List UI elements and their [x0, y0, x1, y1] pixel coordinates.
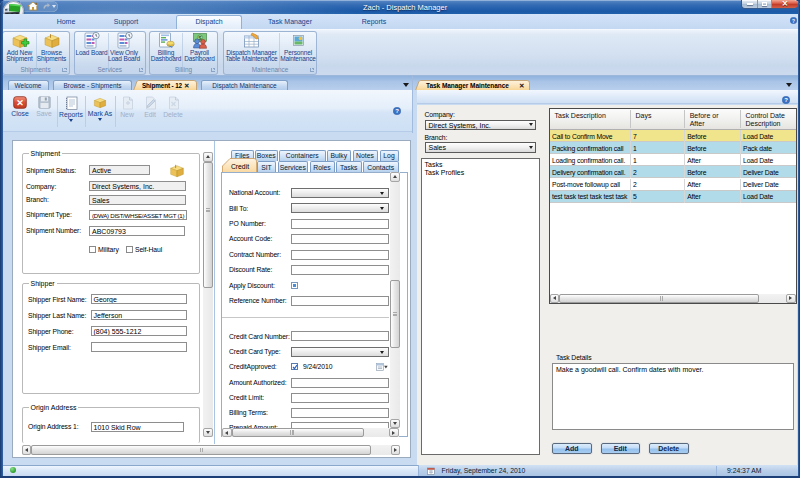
svg-text:Shipment - 12: Shipment - 12	[142, 81, 183, 89]
svg-text:Credit: Credit	[231, 163, 249, 170]
svg-text:?: ?	[784, 97, 788, 103]
svg-text:✕: ✕	[184, 82, 189, 89]
svg-text:?: ?	[395, 108, 399, 114]
svg-text:?: ?	[792, 18, 795, 23]
svg-text:Task Manager Maintenance: Task Manager Maintenance	[426, 82, 509, 90]
svg-text:✕: ✕	[519, 82, 524, 89]
svg-text:✕: ✕	[16, 97, 24, 107]
